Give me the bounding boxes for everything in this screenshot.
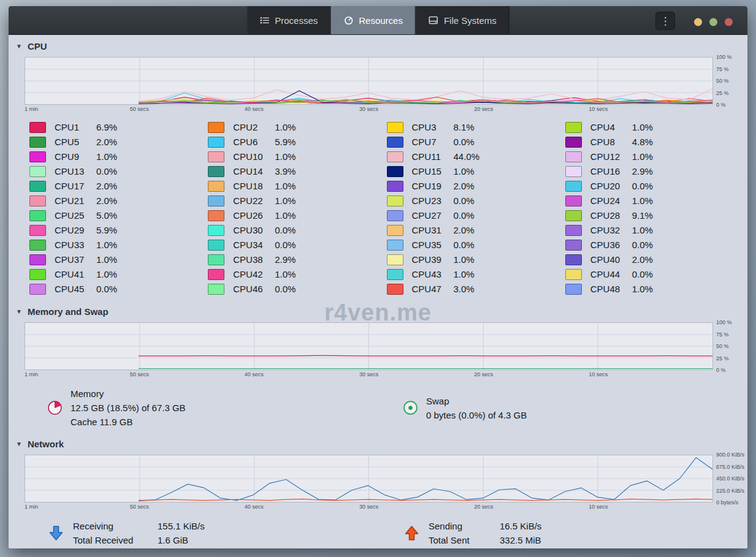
cpu-usage-value: 1.0% xyxy=(632,195,653,206)
cpu-color-swatch[interactable] xyxy=(208,166,224,177)
cpu-color-swatch[interactable] xyxy=(565,181,582,192)
cpu-usage-value: 1.0% xyxy=(454,166,475,176)
cpu-name: CPU29 xyxy=(55,225,96,235)
cpu-color-swatch[interactable] xyxy=(29,210,46,221)
cpu-color-swatch[interactable] xyxy=(29,137,46,148)
cpu-color-swatch[interactable] xyxy=(208,137,224,148)
cpu-usage-value: 0.0% xyxy=(632,181,653,191)
cpu-color-swatch[interactable] xyxy=(29,122,46,133)
cpu-color-swatch[interactable] xyxy=(565,225,582,236)
cpu-color-swatch[interactable] xyxy=(387,210,403,221)
cpu-name: CPU39 xyxy=(412,254,454,265)
cpu-color-swatch[interactable] xyxy=(208,181,224,192)
cpu-color-swatch[interactable] xyxy=(387,151,403,162)
cpu-legend-item: CPU101.0% xyxy=(208,151,381,162)
cpu-name: CPU2 xyxy=(233,122,275,132)
tab-processes[interactable]: Processes xyxy=(246,6,330,34)
network-section-header[interactable]: ▼ Network xyxy=(9,433,747,453)
cpu-color-swatch[interactable] xyxy=(208,254,224,265)
cpu-color-swatch[interactable] xyxy=(29,181,46,192)
cpu-legend-item: CPU331.0% xyxy=(29,239,203,251)
cpu-x-axis: 1 min50 secs40 secs30 secs20 secs10 secs xyxy=(25,106,713,114)
total-sent-value: 332.5 MiB xyxy=(500,533,541,547)
cpu-color-swatch[interactable] xyxy=(208,269,224,280)
cpu-usage-value: 2.0% xyxy=(96,195,117,206)
cpu-name: CPU45 xyxy=(55,284,96,294)
window-minimize-button[interactable] xyxy=(694,18,702,26)
cpu-color-swatch[interactable] xyxy=(29,284,46,295)
cpu-color-swatch[interactable] xyxy=(387,122,403,133)
cpu-name: CPU19 xyxy=(412,181,454,191)
cpu-color-swatch[interactable] xyxy=(208,151,224,162)
tab-file-systems[interactable]: File Systems xyxy=(416,6,510,34)
x-axis-label: 30 secs xyxy=(359,371,378,377)
memory-y-axis: 100 %75 %50 %25 %0 % xyxy=(713,322,746,370)
cpu-color-swatch[interactable] xyxy=(387,137,403,148)
cpu-color-swatch[interactable] xyxy=(387,254,403,265)
cpu-usage-value: 5.9% xyxy=(275,137,296,147)
cpu-color-swatch[interactable] xyxy=(565,166,582,177)
window-maximize-button[interactable] xyxy=(709,18,717,26)
cpu-color-swatch[interactable] xyxy=(29,254,46,265)
cpu-usage-value: 1.0% xyxy=(275,122,296,132)
cpu-color-swatch[interactable] xyxy=(208,122,224,133)
cpu-color-swatch[interactable] xyxy=(29,225,46,236)
cpu-usage-value: 2.0% xyxy=(454,181,475,191)
cpu-color-swatch[interactable] xyxy=(29,151,46,162)
cpu-color-swatch[interactable] xyxy=(208,210,224,221)
headerbar: Processes Resources File Systems ⋮ xyxy=(9,6,747,35)
sending-info-block: Sending 16.5 KiB/s Total Sent 332.5 MiB xyxy=(403,519,541,547)
cpu-color-swatch[interactable] xyxy=(565,284,582,295)
cpu-color-swatch[interactable] xyxy=(565,254,582,265)
cpu-color-swatch[interactable] xyxy=(387,284,403,295)
collapse-triangle-icon: ▼ xyxy=(16,441,22,447)
cpu-color-swatch[interactable] xyxy=(29,269,46,280)
network-info-row: Receiving 155.1 KiB/s Total Received 1.6… xyxy=(9,512,747,548)
cpu-name: CPU43 xyxy=(412,269,454,279)
cpu-color-swatch[interactable] xyxy=(387,240,403,251)
cpu-color-swatch[interactable] xyxy=(565,210,582,221)
cpu-usage-value: 0.0% xyxy=(454,137,475,147)
cpu-legend-item: CPU391.0% xyxy=(387,254,560,265)
cpu-usage-value: 1.0% xyxy=(96,240,117,250)
cpu-color-swatch[interactable] xyxy=(565,137,582,148)
cpu-name: CPU26 xyxy=(233,210,275,221)
cpu-color-swatch[interactable] xyxy=(29,166,46,177)
cpu-color-swatch[interactable] xyxy=(29,240,46,251)
cpu-color-swatch[interactable] xyxy=(29,195,46,207)
cpu-color-swatch[interactable] xyxy=(208,284,224,295)
cpu-color-swatch[interactable] xyxy=(565,151,582,162)
cpu-color-swatch[interactable] xyxy=(387,166,403,177)
cpu-color-swatch[interactable] xyxy=(565,269,582,280)
cpu-color-swatch[interactable] xyxy=(387,181,403,192)
resources-view: r4ven.me ▼ CPU 100 %75 %50 %25 %0 % 1 mi… xyxy=(9,35,747,548)
window-close-button[interactable] xyxy=(725,18,733,26)
cpu-usage-value: 1.0% xyxy=(275,151,296,162)
cpu-usage-value: 0.0% xyxy=(454,210,475,221)
cpu-color-swatch[interactable] xyxy=(387,269,403,280)
cpu-usage-value: 6.9% xyxy=(96,122,117,132)
cpu-color-swatch[interactable] xyxy=(565,122,582,133)
cpu-color-swatch[interactable] xyxy=(208,240,224,251)
menu-button[interactable]: ⋮ xyxy=(655,12,675,30)
cpu-legend-item: CPU130.0% xyxy=(29,165,203,177)
cpu-section-header[interactable]: ▼ CPU xyxy=(9,35,747,56)
memory-section-header[interactable]: ▼ Memory and Swap xyxy=(9,300,747,321)
tab-label: File Systems xyxy=(444,15,497,26)
cpu-color-swatch[interactable] xyxy=(387,195,403,207)
cpu-usage-value: 44.0% xyxy=(454,151,480,162)
cpu-color-swatch[interactable] xyxy=(565,195,582,207)
cpu-legend-item: CPU21.0% xyxy=(208,121,381,133)
cpu-usage-value: 0.0% xyxy=(275,225,296,235)
x-axis-label: 40 secs xyxy=(245,504,264,510)
y-axis-label: 900.0 KiB/s xyxy=(716,452,744,458)
cpu-color-swatch[interactable] xyxy=(565,240,582,251)
cpu-color-swatch[interactable] xyxy=(208,225,224,236)
y-axis-label: 75 % xyxy=(716,332,729,338)
cpu-color-swatch[interactable] xyxy=(208,195,224,207)
cpu-color-swatch[interactable] xyxy=(387,225,403,236)
x-axis-label: 40 secs xyxy=(245,371,264,377)
cpu-name: CPU42 xyxy=(233,269,275,279)
cpu-name: CPU7 xyxy=(412,137,454,147)
tab-resources[interactable]: Resources xyxy=(330,6,416,34)
